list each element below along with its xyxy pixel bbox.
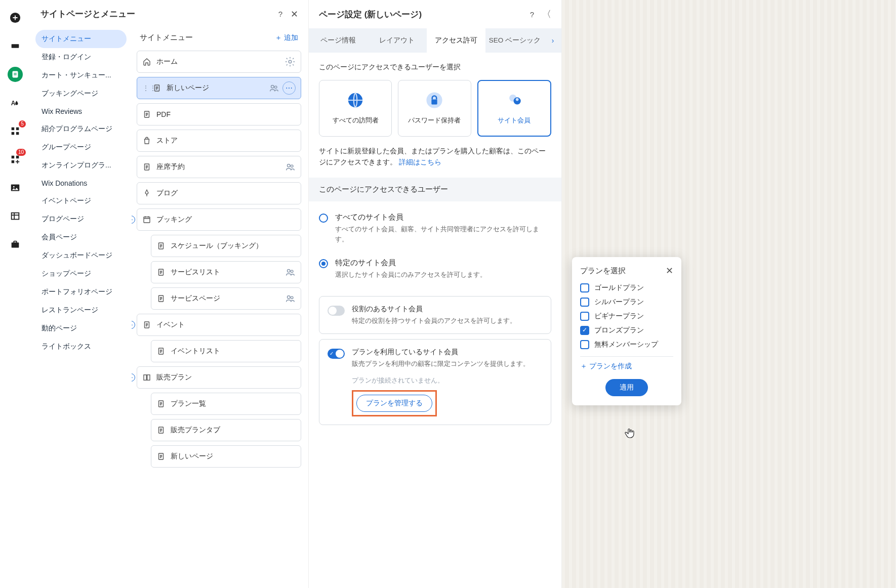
svg-rect-7 bbox=[16, 128, 19, 130]
create-plan-link[interactable]: ＋ プランを作成 bbox=[580, 362, 632, 371]
pages-icon[interactable] bbox=[8, 67, 23, 82]
chevron-right-icon[interactable]: › bbox=[544, 28, 561, 53]
apps-icon[interactable]: 5 bbox=[8, 123, 23, 139]
tab[interactable]: レイアウト bbox=[368, 28, 426, 53]
tree-row[interactable]: PDF bbox=[137, 103, 301, 125]
cms-icon[interactable] bbox=[8, 208, 23, 224]
menu-item[interactable]: イベントページ bbox=[35, 192, 127, 210]
plan-option[interactable]: 無料メンバーシップ bbox=[580, 340, 673, 349]
tab[interactable]: アクセス許可 bbox=[427, 28, 485, 53]
menu-item[interactable]: 動的ページ bbox=[35, 319, 127, 338]
collapse-toggle-icon[interactable]: − bbox=[132, 321, 135, 329]
appmarket-icon[interactable]: 10 bbox=[8, 152, 23, 167]
manage-plans-highlight: プランを管理する bbox=[352, 390, 437, 416]
menu-item[interactable]: Wix Reviews bbox=[35, 103, 127, 120]
menu-item[interactable]: ライトボックス bbox=[35, 338, 127, 356]
members-icon[interactable] bbox=[284, 267, 296, 278]
close-icon[interactable]: ✕ bbox=[666, 265, 673, 276]
plan-option[interactable]: ゴールドプラン bbox=[580, 283, 673, 292]
radio-option[interactable]: 特定のサイト会員選択したサイト会員にのみアクセスを許可します。 bbox=[319, 251, 551, 287]
apply-button[interactable]: 適用 bbox=[605, 379, 648, 396]
tree-row[interactable]: 新しいページ bbox=[151, 445, 301, 468]
checkbox-icon bbox=[580, 312, 589, 321]
members-icon[interactable] bbox=[284, 293, 296, 304]
menu-item[interactable]: ダッシュボードページ bbox=[35, 246, 127, 265]
tree-row[interactable]: ⋮⋮新しいページ⋯ bbox=[137, 77, 301, 99]
collapse-toggle-icon[interactable]: − bbox=[132, 216, 135, 224]
menu-item[interactable]: ショップページ bbox=[35, 265, 127, 283]
radio-option[interactable]: すべてのサイト会員すべてのサイト会員、顧客、サイト共同管理者にアクセスを許可しま… bbox=[319, 205, 551, 251]
theme-icon[interactable]: A bbox=[8, 95, 23, 110]
svg-rect-9 bbox=[16, 132, 19, 135]
radio-title: 特定のサイト会員 bbox=[335, 258, 551, 268]
toggle-desc: 特定の役割を持つサイト会員のアクセスを許可します。 bbox=[352, 316, 543, 326]
tree-row[interactable]: −販売プラン bbox=[137, 366, 301, 389]
menu-item[interactable]: レストランページ bbox=[35, 301, 127, 319]
plan-option[interactable]: シルバープラン bbox=[580, 298, 673, 307]
tree-row[interactable]: 販売プランタブ bbox=[151, 419, 301, 441]
tree-row-label: ストア bbox=[156, 136, 296, 145]
tree-row[interactable]: ストア bbox=[137, 130, 301, 152]
tab[interactable]: SEO ベーシック bbox=[485, 28, 544, 53]
plan-option[interactable]: ビギナープラン bbox=[580, 312, 673, 321]
add-icon[interactable] bbox=[8, 10, 23, 25]
members-icon[interactable] bbox=[284, 161, 296, 173]
svg-rect-36 bbox=[144, 375, 146, 381]
manage-plans-button[interactable]: プランを管理する bbox=[356, 395, 432, 412]
plan-option-label: ビギナープラン bbox=[594, 312, 644, 321]
access-card[interactable]: パスワード保持者 bbox=[398, 80, 471, 137]
more-icon[interactable]: ⋯ bbox=[282, 81, 296, 95]
collapse-icon[interactable]: 〈 bbox=[542, 8, 551, 20]
members-icon[interactable] bbox=[268, 82, 279, 94]
menu-item[interactable]: オンラインプログラ... bbox=[35, 156, 127, 175]
add-page-link[interactable]: ＋ 追加 bbox=[275, 33, 298, 43]
menu-item[interactable]: グループページ bbox=[35, 138, 127, 156]
business-icon[interactable] bbox=[8, 237, 23, 252]
toggle-switch[interactable] bbox=[328, 306, 345, 316]
svg-point-18 bbox=[289, 60, 292, 63]
tree-row[interactable]: −ブッキング bbox=[137, 208, 301, 231]
menu-item[interactable]: サイトメニュー bbox=[35, 30, 127, 48]
member-icon bbox=[506, 92, 523, 109]
access-card[interactable]: すべての訪問者 bbox=[319, 80, 392, 137]
menu-item[interactable]: ブログページ bbox=[35, 210, 127, 228]
settings-icon[interactable] bbox=[284, 56, 296, 67]
tree-row[interactable]: プラン一覧 bbox=[151, 393, 301, 415]
tree-row[interactable]: サービスページ bbox=[151, 287, 301, 310]
media-icon[interactable] bbox=[8, 180, 23, 195]
tree-row[interactable]: サービスリスト bbox=[151, 261, 301, 283]
help-icon[interactable]: ? bbox=[530, 10, 534, 19]
menu-item[interactable]: ポートフォリオページ bbox=[35, 283, 127, 301]
svg-point-14 bbox=[13, 186, 15, 188]
learn-more-link[interactable]: 詳細はこちら bbox=[399, 158, 441, 166]
tree-row[interactable]: 座席予約 bbox=[137, 156, 301, 178]
collapse-toggle-icon[interactable]: − bbox=[132, 373, 135, 382]
access-card-label: すべての訪問者 bbox=[333, 116, 379, 125]
close-icon[interactable]: ✕ bbox=[291, 9, 298, 20]
menu-item[interactable]: 会員ページ bbox=[35, 228, 127, 246]
tree-row[interactable]: スケジュール（ブッキング） bbox=[151, 235, 301, 257]
section-icon[interactable] bbox=[8, 38, 23, 54]
tree-row[interactable]: ホーム bbox=[137, 51, 301, 73]
tree-row[interactable]: −イベント bbox=[137, 314, 301, 336]
toggle-switch[interactable] bbox=[328, 349, 345, 359]
help-icon[interactable]: ? bbox=[278, 10, 282, 18]
access-card[interactable]: サイト会員 bbox=[477, 80, 551, 137]
tree-row-label: イベント bbox=[156, 320, 296, 329]
appmarket-badge: 10 bbox=[16, 149, 26, 156]
drag-handle-icon[interactable]: ⋮⋮ bbox=[142, 84, 147, 92]
menu-item[interactable]: 紹介プログラムページ bbox=[35, 120, 127, 138]
tree-row[interactable]: ブログ bbox=[137, 182, 301, 204]
svg-point-32 bbox=[288, 296, 291, 299]
svg-rect-37 bbox=[147, 375, 150, 381]
menu-item[interactable]: カート・サンキュー... bbox=[35, 66, 127, 85]
pen-icon bbox=[142, 189, 151, 198]
svg-point-20 bbox=[271, 86, 274, 89]
tree-row-label: イベントリスト bbox=[171, 347, 296, 356]
tree-row[interactable]: イベントリスト bbox=[151, 340, 301, 362]
menu-item[interactable]: 登録・ログイン bbox=[35, 48, 127, 66]
plan-option[interactable]: ブロンズプラン bbox=[580, 326, 673, 335]
tab[interactable]: ページ情報 bbox=[309, 28, 368, 53]
menu-item[interactable]: ブッキングページ bbox=[35, 85, 127, 103]
menu-item[interactable]: Wix Donations bbox=[35, 175, 127, 192]
